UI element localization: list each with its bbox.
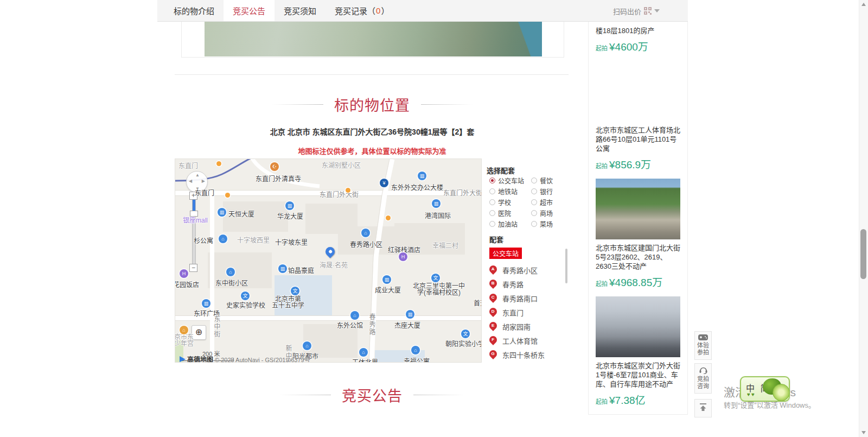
radio-icon[interactable] — [531, 221, 537, 227]
map-label: 港湾国际 — [425, 211, 451, 220]
scan-bid-dropdown[interactable]: 扫码出价 — [613, 0, 660, 22]
map-label: 京市东 少年宫 — [175, 334, 194, 347]
facility-option-银行[interactable]: 银行 — [531, 187, 569, 196]
facility-option-学校[interactable]: 学校 — [489, 198, 531, 207]
auction-consult-button[interactable]: 竞拍咨询 — [694, 363, 712, 394]
map-label: 幸福二村 — [432, 240, 458, 250]
facility-select-title: 选择配套 — [487, 165, 515, 175]
facility-list-title: 配套 — [489, 234, 503, 244]
station-name: 春秀路南口 — [502, 293, 538, 303]
map-label: 首开幸 — [474, 298, 482, 307]
option-label: 地铁站 — [498, 187, 518, 196]
comm-icon: ⌂ — [361, 229, 370, 237]
map-label: 东外外交办公大楼 — [391, 182, 443, 192]
experience-bid-button[interactable]: 体验参拍 — [694, 331, 712, 360]
facility-option-商场[interactable]: 商场 — [531, 208, 569, 218]
option-label: 超市 — [540, 198, 553, 207]
sch-icon: 文 — [431, 274, 440, 282]
scroll-up-arrow-icon[interactable] — [861, 3, 866, 6]
scroll-down-arrow-icon[interactable] — [861, 431, 866, 434]
zoom-slider[interactable] — [192, 200, 196, 264]
chevron-down-icon — [654, 9, 660, 12]
radio-icon[interactable] — [489, 199, 495, 205]
poi-dot-icon — [225, 193, 230, 198]
station-item[interactable]: D东直门 — [489, 305, 545, 319]
listing-card[interactable]: 北京市东城区崇文门外大街1号楼-6至7层101商业、车库、自行车库用途不动产起拍… — [596, 296, 680, 407]
map-attribution: 高德地图 © 2025 AutoNavi - GS(2019)6379号 — [180, 354, 310, 363]
radio-icon[interactable] — [531, 210, 537, 216]
station-name: 春秀路小区 — [502, 265, 538, 275]
tab-竞买公告[interactable]: 竞买公告 — [224, 0, 275, 21]
map-label: 春秀路 — [367, 313, 376, 336]
radio-icon[interactable] — [489, 178, 495, 183]
poi-dot-icon — [216, 161, 221, 166]
map-label: 杉公寓 — [194, 236, 213, 245]
facility-option-餐饮[interactable]: 餐饮 — [531, 176, 569, 185]
red-pin-icon: F — [488, 334, 499, 345]
map-label: 史家实验学校 — [226, 300, 265, 309]
listing-title: 楼18层1801的房产 — [596, 26, 680, 35]
back-to-top-icon — [699, 403, 707, 411]
listing-title: 北京市东城区崇文门外大街1号楼-6至7层101商业、车库、自行车库用途不动产 — [596, 361, 680, 389]
map-label: 东直门外大街 — [443, 188, 482, 197]
radio-icon[interactable] — [489, 221, 495, 227]
listing-photo — [596, 179, 680, 239]
locate-button[interactable]: ⊕ — [192, 325, 206, 340]
radio-icon[interactable] — [489, 210, 495, 216]
station-item[interactable]: E胡家园南 — [489, 319, 545, 333]
tab-标的物介绍[interactable]: 标的物介绍 — [164, 0, 224, 21]
facility-option-超市[interactable]: 超市 — [531, 198, 569, 207]
property-photo-box — [181, 22, 564, 58]
facility-option-菜场[interactable]: 菜场 — [531, 219, 569, 229]
map-zoom-control: + − — [189, 192, 198, 272]
option-label: 医院 — [498, 208, 511, 218]
radio-icon[interactable] — [531, 188, 537, 194]
listing-price: 起拍¥856.9万 — [596, 156, 680, 171]
facility-option-医院[interactable]: 医院 — [489, 208, 531, 218]
listing-card[interactable]: 北京市东城区工人体育场北路66号10层01单元1101号公寓起拍¥856.9万 — [596, 61, 680, 171]
station-item[interactable]: G东四十条桥东 — [489, 347, 545, 362]
listing-card[interactable]: 北京市东城区建国门北大街5号23层2602、2619、2630三处不动产起拍¥4… — [596, 179, 680, 289]
listing-card[interactable]: 楼18层1801的房产起拍¥4600万 — [596, 26, 680, 53]
bank-icon: ¥ — [380, 179, 388, 187]
back-to-top-button[interactable] — [694, 399, 712, 417]
station-item[interactable]: B春秀路 — [489, 277, 545, 291]
map-label: 成业大厦 — [375, 285, 401, 294]
facility-option-公交车站[interactable]: 公交车站 — [489, 176, 531, 185]
station-item[interactable]: C春秀路南口 — [489, 291, 545, 305]
map-label: 幸福公寓 — [404, 356, 430, 363]
auction-consult-label: 竞拍咨询 — [697, 376, 709, 389]
gamepad-icon — [698, 334, 708, 340]
location-map[interactable]: ▲▼◀▶ + − ⊕ 东直门东直门外清真寺东直门东湖别墅小区东直门外大街东直门外… — [175, 159, 482, 363]
map-label: 华龙大厦 — [277, 211, 303, 220]
map-label: 海晟·名苑 — [320, 260, 348, 269]
section-location: 标的物位置 — [157, 94, 587, 115]
station-name: 春秀路 — [502, 279, 524, 289]
station-list-scrollbar[interactable] — [565, 249, 567, 283]
page-scrollbar-thumb[interactable] — [860, 229, 866, 279]
tab-竞买记录[interactable]: 竞买记录（0） — [326, 0, 398, 21]
radio-icon[interactable] — [531, 178, 537, 183]
station-name: 胡家园南 — [502, 321, 531, 332]
map-label: 东直门 — [195, 188, 214, 197]
station-item[interactable]: F工人体育馆 — [489, 333, 545, 347]
map-label: 东中街小区 — [215, 278, 248, 287]
tab-竞买须知[interactable]: 竞买须知 — [275, 0, 326, 21]
facility-option-地铁站[interactable]: 地铁站 — [489, 187, 531, 196]
station-item[interactable]: A春秀路小区 — [489, 263, 545, 277]
zoom-out-button[interactable]: − — [189, 264, 197, 272]
bldg-icon: ▥ — [382, 275, 391, 284]
page-title-location: 标的物位置 — [334, 94, 410, 115]
radio-icon[interactable] — [531, 199, 537, 205]
bldg-icon: ▥ — [432, 199, 441, 208]
comm-icon: ⌂ — [219, 235, 227, 243]
radio-icon[interactable] — [489, 188, 495, 194]
facility-panel: 选择配套 公交车站餐饮地铁站银行学校超市医院商场加油站菜场 配套 公交车站 A春… — [483, 159, 570, 363]
listing-photo — [596, 61, 680, 122]
station-list: A春秀路小区B春秀路C春秀路南口D东直门E胡家园南F工人体育馆G东四十条桥东 — [489, 263, 545, 362]
map-label: 银座mall — [183, 215, 208, 224]
lime-slice-icon — [773, 384, 790, 401]
page-scrollbar[interactable] — [859, 0, 868, 437]
facility-option-加油站[interactable]: 加油站 — [489, 219, 531, 229]
sch-icon: 文 — [461, 330, 470, 338]
